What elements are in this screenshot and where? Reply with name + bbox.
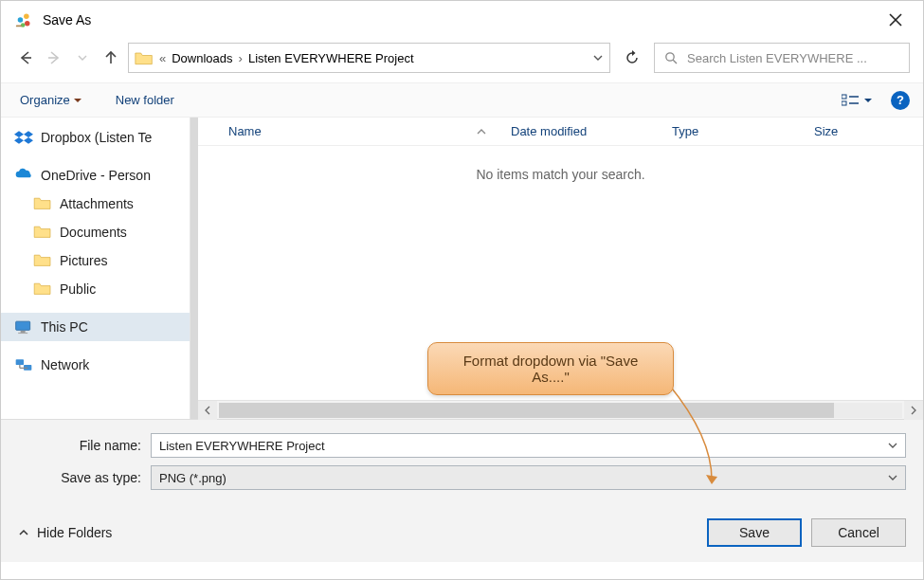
crumb-downloads[interactable]: Downloads	[172, 51, 232, 65]
window-title: Save As	[43, 12, 91, 27]
title-bar: Save As	[1, 1, 923, 39]
annotation-callout: Format dropdown via "Save As...."	[427, 342, 674, 395]
folder-icon	[33, 252, 52, 269]
tree-label: OneDrive - Person	[41, 168, 151, 183]
svg-point-2	[25, 21, 30, 26]
tree-label: Attachments	[60, 196, 134, 211]
filetype-label: Save as type:	[18, 470, 151, 485]
network-icon	[14, 356, 33, 373]
tree-documents[interactable]: Documents	[1, 218, 190, 246]
dropbox-icon	[14, 129, 33, 146]
up-button[interactable]	[100, 46, 122, 69]
breadcrumb: « Downloads › Listen EVERYWHERE Project	[159, 51, 587, 65]
filetype-value: PNG (*.png)	[159, 471, 888, 485]
save-label: Save	[739, 525, 770, 540]
help-button[interactable]: ?	[891, 91, 910, 110]
chevron-up-icon	[18, 527, 29, 538]
tree-label: Public	[60, 281, 96, 297]
scroll-track[interactable]	[219, 403, 902, 418]
svg-point-0	[18, 17, 24, 23]
address-dropdown[interactable]	[592, 52, 604, 63]
filename-input[interactable]: Listen EVERYWHERE Project	[151, 433, 906, 458]
view-switch-button[interactable]	[836, 90, 878, 111]
horizontal-scrollbar[interactable]	[198, 400, 923, 419]
search-box[interactable]	[654, 43, 910, 73]
address-bar[interactable]: « Downloads › Listen EVERYWHERE Project	[128, 43, 610, 73]
organize-label: Organize	[20, 93, 70, 107]
svg-rect-13	[842, 101, 846, 105]
svg-rect-17	[21, 331, 26, 333]
crumb-project[interactable]: Listen EVERYWHERE Project	[248, 51, 414, 65]
tree-public[interactable]: Public	[1, 275, 190, 303]
forward-button[interactable]	[43, 46, 65, 69]
column-headers: Name Date modified Type Size	[198, 118, 923, 146]
col-type[interactable]: Type	[662, 124, 805, 138]
app-icon	[14, 9, 35, 30]
hide-folders-label: Hide Folders	[37, 525, 112, 540]
tree-onedrive[interactable]: OneDrive - Person	[1, 161, 190, 190]
crumb-prefix: «	[159, 51, 166, 65]
svg-rect-16	[16, 321, 30, 330]
svg-point-10	[666, 53, 674, 61]
save-button[interactable]: Save	[707, 518, 802, 547]
scroll-thumb[interactable]	[219, 403, 834, 418]
hide-folders-button[interactable]: Hide Folders	[18, 525, 112, 540]
filename-label: File name:	[18, 438, 151, 453]
view-icon	[842, 94, 859, 107]
scroll-right-button[interactable]	[904, 401, 923, 420]
refresh-button[interactable]	[616, 43, 648, 73]
chevron-down-icon[interactable]	[888, 441, 897, 450]
col-name-label: Name	[228, 124, 262, 138]
svg-rect-18	[18, 333, 27, 334]
organize-button[interactable]: Organize	[14, 89, 87, 111]
annotation-text: Format dropdown via "Save As...."	[463, 353, 639, 385]
col-date[interactable]: Date modified	[501, 124, 662, 138]
chevron-down-icon[interactable]	[888, 473, 897, 482]
col-date-label: Date modified	[511, 124, 587, 138]
svg-rect-19	[16, 359, 24, 365]
nav-row: « Downloads › Listen EVERYWHERE Project	[1, 39, 923, 82]
tree-this-pc[interactable]: This PC	[1, 313, 190, 341]
tree-label: Pictures	[60, 253, 108, 268]
new-folder-label: New folder	[116, 93, 174, 107]
pc-icon	[14, 318, 33, 335]
splitter[interactable]	[190, 118, 198, 419]
filename-value: Listen EVERYWHERE Project	[159, 439, 888, 453]
svg-rect-12	[842, 95, 846, 99]
folder-icon	[33, 224, 52, 241]
tree-network[interactable]: Network	[1, 351, 190, 379]
back-button[interactable]	[14, 46, 37, 69]
folder-icon	[33, 281, 52, 298]
cancel-button[interactable]: Cancel	[811, 518, 906, 547]
col-name[interactable]: Name	[198, 124, 501, 138]
col-size[interactable]: Size	[805, 124, 923, 138]
svg-point-1	[24, 14, 29, 19]
filetype-dropdown[interactable]: PNG (*.png)	[151, 465, 906, 490]
folder-tree: Dropbox (Listen Te OneDrive - Person Att…	[1, 118, 190, 419]
tree-pictures[interactable]: Pictures	[1, 246, 190, 275]
tree-dropbox[interactable]: Dropbox (Listen Te	[1, 123, 190, 152]
col-type-label: Type	[672, 124, 698, 138]
chevron-right-icon: ›	[239, 51, 243, 65]
col-size-label: Size	[814, 124, 838, 138]
recent-locations-button[interactable]	[71, 46, 94, 69]
onedrive-icon	[14, 167, 33, 184]
tree-label: Dropbox (Listen Te	[41, 130, 152, 145]
file-fields: File name: Listen EVERYWHERE Project Sav…	[1, 419, 923, 503]
search-input[interactable]	[685, 50, 899, 66]
svg-line-11	[673, 60, 677, 63]
tree-attachments[interactable]: Attachments	[1, 190, 190, 218]
scroll-left-button[interactable]	[198, 401, 217, 420]
sort-asc-icon	[477, 128, 486, 136]
cancel-label: Cancel	[838, 525, 879, 540]
tree-label: Network	[41, 357, 89, 372]
folder-icon	[33, 195, 52, 212]
svg-rect-4	[16, 26, 22, 27]
close-button[interactable]	[881, 9, 910, 30]
bottom-bar: Hide Folders Save Cancel	[1, 503, 923, 562]
search-icon	[664, 51, 678, 64]
new-folder-button[interactable]: New folder	[110, 89, 180, 111]
tree-label: Documents	[60, 225, 127, 240]
folder-icon	[135, 49, 154, 66]
toolbar: Organize New folder ?	[1, 82, 923, 118]
